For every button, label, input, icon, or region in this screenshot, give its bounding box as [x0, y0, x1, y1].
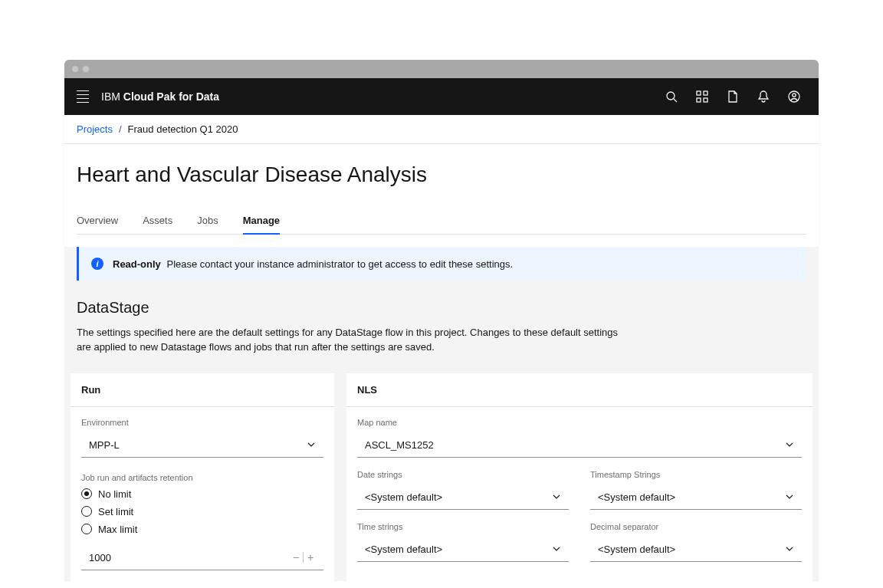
radio-label: Set limit: [98, 506, 133, 517]
tab-overview[interactable]: Overview: [77, 215, 118, 234]
section-description: The settings specified here are the defa…: [77, 326, 629, 355]
run-panel: Run Environment MPP-L Job run and artifa…: [71, 373, 334, 581]
brand-product: Cloud Pak for Data: [123, 90, 219, 103]
nls-panel: NLS Map name ASCL_MS1252 Date strings: [346, 373, 812, 581]
timestamp-strings-value: <System default>: [598, 491, 675, 503]
decimal-separator-select[interactable]: <System default>: [590, 537, 802, 562]
radio-set-limit[interactable]: Set limit: [81, 506, 323, 517]
date-strings-label: Date strings: [357, 470, 569, 479]
alert-body: Please contact your instance administrat…: [166, 258, 513, 270]
brand-prefix: IBM: [101, 90, 123, 103]
chevron-down-icon: [552, 544, 561, 554]
breadcrumb-current: Fraud detection Q1 2020: [128, 123, 238, 135]
svg-rect-3: [704, 91, 707, 95]
tab-jobs[interactable]: Jobs: [197, 215, 218, 234]
radio-icon: [81, 488, 92, 499]
search-icon[interactable]: [659, 84, 684, 109]
app-header: IBM Cloud Pak for Data: [64, 78, 819, 115]
radio-label: No limit: [98, 488, 131, 500]
time-strings-value: <System default>: [365, 544, 442, 555]
chevron-down-icon: [785, 544, 794, 554]
map-name-label: Map name: [357, 418, 802, 427]
environment-value: MPP-L: [89, 439, 120, 451]
limit-value: 1000: [89, 552, 289, 563]
radio-icon: [81, 524, 92, 534]
brand-label: IBM Cloud Pak for Data: [101, 90, 219, 103]
radio-max-limit[interactable]: Max limit: [81, 524, 323, 535]
user-icon[interactable]: [782, 84, 806, 109]
svg-point-0: [667, 92, 675, 100]
decimal-separator-value: <System default>: [598, 544, 675, 555]
svg-point-7: [793, 94, 796, 97]
window-dot: [83, 66, 89, 72]
map-name-select[interactable]: ASCL_MS1252: [357, 433, 802, 458]
nls-panel-title: NLS: [346, 373, 812, 407]
timestamp-strings-label: Timestamp Strings: [590, 470, 802, 479]
time-strings-select[interactable]: <System default>: [357, 537, 569, 562]
window-dot: [72, 66, 78, 72]
radio-no-limit[interactable]: No limit: [81, 488, 323, 500]
date-strings-select[interactable]: <System default>: [357, 485, 569, 510]
alert-title: Read-only: [113, 258, 161, 270]
timestamp-strings-select[interactable]: <System default>: [590, 485, 802, 510]
decrement-button[interactable]: −: [289, 551, 303, 563]
breadcrumb-separator: /: [119, 123, 122, 135]
chevron-down-icon: [307, 440, 316, 449]
tab-manage[interactable]: Manage: [243, 215, 280, 234]
svg-rect-2: [697, 91, 701, 95]
chevron-down-icon: [785, 492, 794, 501]
svg-rect-4: [697, 98, 701, 102]
date-strings-value: <System default>: [365, 491, 442, 503]
document-icon[interactable]: [721, 84, 745, 109]
tab-assets[interactable]: Assets: [143, 215, 172, 234]
decimal-separator-label: Decimal separator: [590, 522, 802, 531]
radio-icon: [81, 506, 92, 517]
environment-select[interactable]: MPP-L: [81, 433, 323, 458]
apps-icon[interactable]: [690, 84, 714, 109]
chevron-down-icon: [552, 492, 561, 501]
time-strings-label: Time strings: [357, 522, 569, 531]
retention-label: Job run and artifacts retention: [81, 473, 323, 482]
tabs: Overview Assets Jobs Manage: [77, 215, 806, 235]
section-title: DataStage: [77, 299, 806, 317]
info-icon: i: [91, 258, 103, 270]
run-panel-title: Run: [71, 373, 334, 407]
increment-button[interactable]: +: [304, 551, 317, 563]
page-title: Heart and Vascular Disease Analysis: [77, 163, 806, 187]
menu-icon[interactable]: [77, 90, 89, 103]
window-titlebar: [64, 60, 819, 78]
breadcrumb: Projects / Fraud detection Q1 2020: [64, 115, 819, 144]
chevron-down-icon: [785, 440, 794, 449]
map-name-value: ASCL_MS1252: [365, 439, 434, 451]
limit-number-input[interactable]: 1000 − +: [81, 546, 323, 570]
breadcrumb-root-link[interactable]: Projects: [77, 123, 113, 135]
svg-rect-5: [704, 98, 707, 102]
bell-icon[interactable]: [751, 84, 776, 109]
radio-label: Max limit: [98, 524, 137, 535]
svg-line-1: [674, 99, 677, 102]
readonly-alert: i Read-only Please contact your instance…: [77, 247, 806, 281]
environment-label: Environment: [81, 418, 323, 427]
